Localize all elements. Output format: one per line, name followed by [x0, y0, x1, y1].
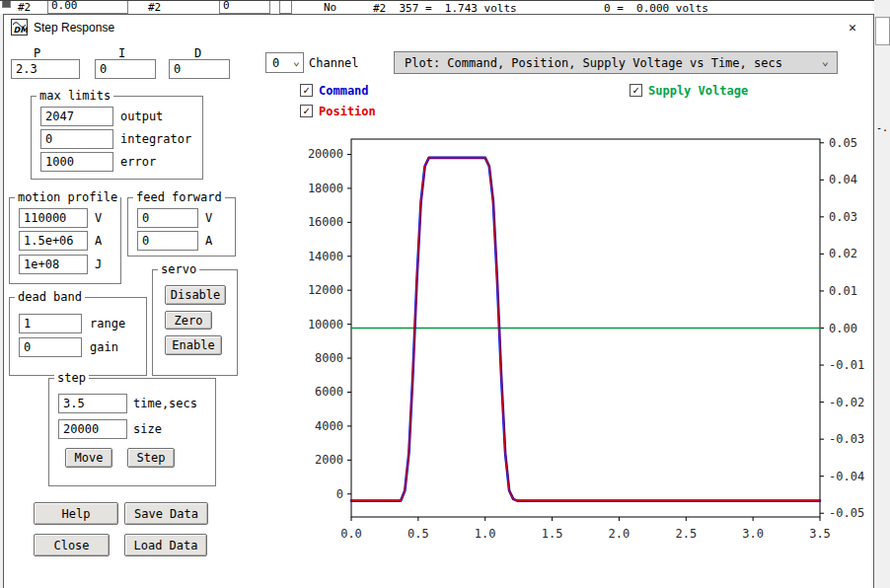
step-time-field[interactable] — [58, 394, 127, 413]
max-integrator-field[interactable] — [40, 129, 113, 149]
d-label: D — [194, 46, 201, 60]
channel-label: Channel — [309, 56, 359, 70]
left-tick-label: 8000 — [315, 351, 343, 365]
bg-right-text: -. — [876, 122, 888, 133]
deadband-gain-label: gain — [90, 340, 118, 354]
x-tick-label: 0.5 — [408, 527, 429, 541]
x-tick-label: 1.5 — [542, 527, 563, 541]
max-output-label: output — [120, 110, 163, 123]
ff-v-field[interactable] — [137, 208, 198, 228]
profile-a-label: A — [95, 234, 102, 248]
x-tick-label: 3.0 — [742, 527, 764, 541]
i-field[interactable] — [95, 59, 156, 79]
position-checkbox-label: Position — [319, 105, 376, 118]
load-data-button[interactable]: Load Data — [124, 534, 207, 556]
background-window-fragment: #2 0.00 #2 0 No #2 357 = 1.743 volts 0 =… — [0, 0, 890, 14]
dm-app-icon: DM — [11, 19, 28, 36]
bg-field1-box: 0.00 — [47, 0, 128, 14]
ff-a-label: A — [205, 234, 212, 248]
dead-band-title: dead band — [15, 290, 85, 304]
background-icon-fragment — [2, 0, 11, 8]
max-error-label: error — [120, 155, 156, 169]
step-time-label: time,secs — [133, 397, 197, 410]
dead-band-group: dead band — [9, 297, 147, 376]
max-limits-title: max limits — [37, 89, 113, 103]
command-checkbox-label: Command — [319, 84, 369, 98]
screen: { "background_top": { "field1_label": "#… — [0, 0, 890, 588]
profile-a-field[interactable] — [19, 231, 88, 251]
right-tick-label: 0.01 — [829, 284, 857, 298]
d-field[interactable] — [169, 59, 230, 79]
servo-title: servo — [158, 262, 199, 276]
left-tick-label: 4000 — [315, 419, 343, 433]
left-tick-label: 2000 — [315, 453, 343, 467]
x-tick-label: 2.5 — [675, 527, 697, 541]
save-data-button[interactable]: Save Data — [124, 502, 208, 525]
x-tick-label: 0.0 — [340, 527, 362, 541]
left-tick-label: 14000 — [308, 250, 343, 263]
close-icon[interactable]: ✕ — [844, 19, 861, 37]
profile-j-label: J — [95, 257, 102, 271]
bg-field2-label: #2 — [148, 1, 161, 14]
channel-value: 0 — [272, 56, 279, 70]
step-size-label: size — [133, 422, 162, 436]
title-bar: DM Step Response ✕ — [4, 15, 873, 40]
move-button[interactable]: Move — [65, 448, 112, 468]
step-response-chart: 2000018000160001400012000100008000600040… — [297, 129, 865, 553]
x-tick-label: 1.0 — [475, 527, 496, 541]
left-tick-label: 20000 — [308, 147, 343, 161]
right-tick-label: 0.04 — [829, 173, 857, 186]
left-tick-label: 10000 — [308, 318, 343, 331]
step-title: step — [54, 371, 89, 385]
right-tick-label: 0.03 — [829, 210, 857, 224]
right-tick-label: 0.02 — [829, 247, 857, 260]
i-label: I — [118, 46, 125, 60]
background-right-fragment: -. — [874, 0, 890, 588]
deadband-gain-field[interactable] — [19, 337, 82, 357]
supply-voltage-checkbox-label: Supply Voltage — [648, 84, 748, 98]
ff-a-field[interactable] — [137, 231, 198, 251]
supply-voltage-checkbox[interactable]: ✓ — [630, 84, 642, 97]
bg-field1-value: 0.00 — [51, 0, 78, 12]
left-tick-label: 0 — [336, 487, 343, 501]
max-output-field[interactable] — [40, 107, 113, 126]
bg-right-box — [875, 17, 890, 45]
bg-field2-value: 0 — [223, 0, 230, 12]
servo-enable-button[interactable]: Enable — [165, 335, 222, 355]
max-integrator-label: integrator — [120, 132, 191, 146]
servo-zero-button[interactable]: Zero — [165, 311, 212, 330]
step-button[interactable]: Step — [127, 448, 175, 468]
profile-v-label: V — [95, 211, 102, 225]
plot-select[interactable]: Plot: Command, Position, Supply Voltage … — [394, 51, 838, 74]
position-checkbox[interactable]: ✓ — [300, 105, 313, 117]
close-button[interactable]: Close — [34, 534, 110, 556]
channel-select[interactable]: 0 ⌄ — [265, 52, 304, 73]
profile-j-field[interactable] — [19, 255, 88, 274]
command-checkbox[interactable]: ✓ — [300, 84, 313, 97]
servo-disable-button[interactable]: Disable — [165, 285, 226, 305]
left-tick-label: 18000 — [308, 182, 343, 195]
max-error-field[interactable] — [40, 152, 113, 172]
right-tick-label: -0.02 — [829, 396, 864, 409]
right-tick-label: -0.03 — [829, 432, 864, 446]
profile-v-field[interactable] — [19, 208, 88, 228]
left-tick-label: 12000 — [308, 283, 343, 297]
x-tick-label: 2.0 — [609, 527, 630, 541]
left-tick-label: 6000 — [315, 385, 343, 399]
right-tick-label: -0.05 — [829, 506, 864, 520]
help-button[interactable]: Help — [34, 502, 118, 525]
right-tick-label: -0.01 — [829, 358, 864, 372]
ff-v-label: V — [205, 211, 212, 225]
svg-text:DM: DM — [14, 26, 29, 35]
window-title: Step Response — [34, 21, 114, 35]
bg-volts-left: #2 357 = 1.743 volts — [373, 2, 517, 14]
chevron-down-icon: ⌄ — [822, 54, 829, 68]
x-tick-label: 3.5 — [809, 527, 831, 541]
plot-select-value: Plot: Command, Position, Supply Voltage … — [405, 56, 782, 70]
right-tick-label: -0.04 — [829, 470, 864, 483]
p-field[interactable] — [11, 59, 80, 79]
deadband-range-field[interactable] — [19, 314, 82, 333]
right-tick-label: 0.00 — [829, 322, 857, 335]
step-size-field[interactable] — [58, 419, 127, 439]
motion-profile-title: motion profile — [15, 190, 120, 204]
